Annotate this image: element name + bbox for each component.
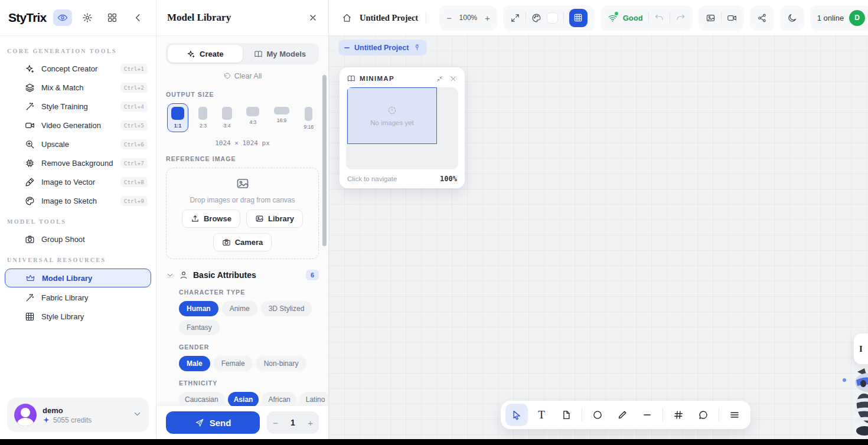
pin-icon[interactable]: [413, 44, 421, 51]
camera-button[interactable]: Camera: [213, 233, 272, 251]
home-icon[interactable]: [342, 13, 352, 23]
minimap-panel: MINIMAP No images yet Click to navigate …: [340, 67, 465, 188]
chip-fantasy[interactable]: Fantasy: [179, 320, 220, 335]
page-tool[interactable]: [555, 404, 577, 426]
camera-icon: [25, 234, 35, 244]
panel-tabs: Create My Models: [166, 43, 319, 64]
minimap-empty-text: No images yet: [370, 119, 414, 126]
sidebar-item-upscale[interactable]: Upscale Ctrl+6: [0, 135, 156, 153]
chip-female[interactable]: Female: [214, 356, 253, 371]
share-icon[interactable]: [757, 13, 767, 23]
redo-icon[interactable]: [676, 13, 686, 23]
pencil-tool[interactable]: [611, 404, 634, 426]
send-button[interactable]: Send: [166, 411, 260, 434]
online-user-avatar[interactable]: D: [849, 10, 865, 26]
chip-human[interactable]: Human: [179, 301, 218, 316]
ratio-1-1[interactable]: 1:1: [167, 103, 188, 132]
reference-image-dropzone[interactable]: Drop images or drag from canvas Browse L…: [166, 168, 319, 259]
comment-tool[interactable]: [692, 404, 714, 426]
panel-scrollbar[interactable]: [322, 75, 327, 246]
zoom-out-button[interactable]: −: [446, 13, 452, 23]
sidebar-item-remove-background[interactable]: Remove Background Ctrl+7: [0, 153, 156, 172]
chip-icon: [25, 158, 35, 168]
chip-non-binary[interactable]: Non-binary: [256, 356, 306, 371]
collapse-sidebar-button[interactable]: [129, 9, 148, 26]
browse-button[interactable]: Browse: [182, 210, 240, 228]
frame-tool[interactable]: [667, 404, 690, 426]
settings-button[interactable]: [78, 9, 97, 26]
minimap-hint: Click to navigate: [347, 175, 397, 182]
preview-eye-button[interactable]: [53, 9, 72, 26]
canvas-grid[interactable]: Untitled Project MINIMAP No images yet: [329, 35, 868, 439]
user-name: demo: [43, 406, 92, 415]
minimap-view[interactable]: No images yet: [346, 87, 458, 169]
menu-tool[interactable]: [723, 404, 746, 426]
insert-image-icon[interactable]: [706, 13, 716, 23]
sidebar-item-model-library[interactable]: Model Library: [5, 269, 151, 287]
ratio-4-3[interactable]: 4:3: [242, 103, 263, 129]
minimap-title: MINIMAP: [360, 75, 394, 82]
sidebar-item-video-generation[interactable]: Video Generation Ctrl+5: [0, 116, 156, 135]
ratio-2-3[interactable]: 2:3: [194, 103, 211, 132]
output-dimensions: 1024 × 1024 px: [166, 133, 319, 147]
clear-all-button[interactable]: Clear All: [166, 64, 319, 83]
camera-icon: [222, 238, 231, 247]
zoom-level: 100%: [457, 14, 479, 22]
sparkle-icon: [25, 64, 35, 74]
tab-create[interactable]: Create: [168, 45, 243, 63]
toggle-grid-button[interactable]: [569, 9, 588, 27]
ratio-16-9[interactable]: 16:9: [270, 103, 293, 127]
sidebar-item-image-to-vector[interactable]: Image to Vector Ctrl+8: [0, 172, 156, 191]
undo-icon[interactable]: [654, 13, 664, 23]
chip-caucasian[interactable]: Caucasian: [179, 392, 224, 406]
sidebar-item-fabric-library[interactable]: Fabric Library: [0, 288, 156, 307]
chip-male[interactable]: Male: [179, 356, 210, 371]
sidebar-item-group-shoot[interactable]: Group Shoot: [0, 230, 156, 248]
side-panel-flap[interactable]: I: [854, 333, 868, 364]
chip-asian[interactable]: Asian: [228, 392, 259, 406]
project-tab[interactable]: Untitled Project: [338, 40, 427, 55]
minimap-viewport[interactable]: No images yet: [347, 87, 437, 144]
color-swatch[interactable]: [547, 12, 558, 24]
basic-attributes-header[interactable]: Basic Attributes 6: [166, 270, 319, 280]
user-account-card[interactable]: demo 5055 credits: [7, 398, 149, 432]
sidebar-item-style-library[interactable]: Style Library: [0, 307, 156, 326]
shortcut-badge: Ctrl+7: [120, 158, 148, 168]
apps-grid-button[interactable]: [103, 9, 122, 26]
ratio-3-4[interactable]: 3:4: [218, 103, 236, 132]
sidebar-item-image-to-sketch[interactable]: Image to Sketch Ctrl+9: [0, 191, 156, 210]
ratio-9-16[interactable]: 9:16: [299, 103, 318, 133]
quantity-decrease-button[interactable]: −: [273, 418, 278, 428]
magic-wand-icon: [25, 293, 35, 303]
chip-african[interactable]: African: [262, 392, 296, 406]
chip-latino[interactable]: Latino: [300, 392, 328, 406]
insert-video-icon[interactable]: [727, 13, 737, 23]
quantity-increase-button[interactable]: +: [308, 418, 313, 428]
library-button[interactable]: Library: [246, 210, 303, 228]
map-icon: [347, 74, 355, 83]
close-panel-button[interactable]: [308, 13, 318, 22]
line-tool[interactable]: [636, 404, 658, 426]
close-icon[interactable]: [449, 75, 457, 83]
palette-icon[interactable]: [531, 13, 541, 23]
zoom-in-button[interactable]: +: [485, 13, 490, 23]
collapse-icon[interactable]: [436, 75, 443, 83]
tab-my-models[interactable]: My Models: [243, 45, 318, 63]
ellipse-tool[interactable]: [586, 404, 609, 426]
chip-anime[interactable]: Anime: [222, 301, 257, 316]
text-tool[interactable]: T: [530, 404, 553, 426]
attributes-count-badge: 6: [306, 270, 319, 280]
chevron-down-icon[interactable]: [133, 410, 142, 421]
chip-3d-stylized[interactable]: 3D Stylized: [261, 301, 312, 316]
select-tool[interactable]: [505, 404, 528, 426]
fullscreen-icon[interactable]: [510, 13, 520, 23]
project-group: Untitled Project: [335, 5, 433, 31]
sidebar-item-mix-match[interactable]: Mix & Match Ctrl+2: [0, 78, 156, 97]
quantity-value: 1: [291, 418, 295, 427]
project-name[interactable]: Untitled Project: [357, 13, 420, 23]
sidebar-item-concept-creator[interactable]: Concept Creator Ctrl+1: [0, 59, 156, 78]
dark-mode-icon[interactable]: [787, 13, 797, 23]
presence-group: 1 online D: [810, 5, 868, 31]
sidebar-item-style-training[interactable]: Style Training Ctrl+4: [0, 97, 156, 116]
section-title-model-tools: MODEL TOOLS: [0, 210, 156, 230]
